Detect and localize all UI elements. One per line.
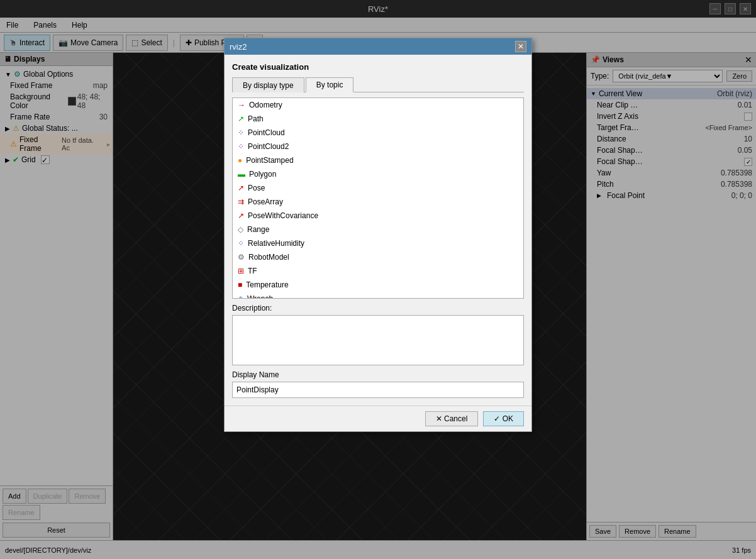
list-item-pointcloud[interactable]: ⁘ PointCloud bbox=[233, 126, 523, 140]
pointcloud2-label: PointCloud2 bbox=[248, 142, 289, 151]
posearray-icon: ⇉ bbox=[238, 197, 244, 206]
list-item-pose[interactable]: ↗ Pose bbox=[233, 181, 523, 195]
pointstamped-label: PointStamped bbox=[246, 156, 293, 165]
create-visualization-dialog: rviz2 ✕ Create visualization By display … bbox=[224, 38, 532, 432]
relativehumidity-label: RelativeHumidity bbox=[248, 239, 304, 248]
list-item-pointstamped[interactable]: ● PointStamped bbox=[233, 153, 523, 167]
tab-by-display-type[interactable]: By display type bbox=[232, 77, 304, 92]
dialog-close-button[interactable]: ✕ bbox=[515, 41, 526, 52]
list-item-wrench[interactable]: ◈ Wrench bbox=[233, 292, 523, 299]
list-item-temperature[interactable]: ■ Temperature bbox=[233, 278, 523, 292]
dialog-content: Create visualization By display type By … bbox=[225, 55, 531, 406]
relativehumidity-icon: ⁘ bbox=[238, 239, 244, 248]
list-item-tf[interactable]: ⊞ TF bbox=[233, 264, 523, 278]
description-label: Description: bbox=[232, 304, 524, 313]
tf-label: TF bbox=[248, 267, 257, 275]
dialog-title-bar: rviz2 ✕ bbox=[225, 38, 531, 55]
list-item-posearray[interactable]: ⇉ PoseArray bbox=[233, 195, 523, 209]
pose-label: Pose bbox=[248, 184, 265, 192]
cancel-button[interactable]: ✕ Cancel bbox=[425, 411, 479, 426]
list-item-posewithcovariance[interactable]: ↗ PoseWithCovariance bbox=[233, 209, 523, 223]
tab-by-topic[interactable]: By topic bbox=[306, 77, 354, 92]
list-item-odometry[interactable]: → Odometry bbox=[233, 98, 523, 112]
polygon-icon: ▬ bbox=[238, 170, 245, 179]
list-item-range[interactable]: ◇ Range bbox=[233, 223, 523, 236]
pointstamped-icon: ● bbox=[238, 156, 242, 165]
dialog-title: rviz2 bbox=[230, 42, 247, 52]
odometry-icon: → bbox=[238, 101, 245, 109]
path-label: Path bbox=[248, 114, 264, 123]
temperature-icon: ■ bbox=[238, 280, 242, 289]
list-item-path[interactable]: ↗ Path bbox=[233, 112, 523, 126]
robotmodel-label: RobotModel bbox=[248, 253, 289, 262]
list-item-pointcloud2[interactable]: ⁘ PointCloud2 bbox=[233, 140, 523, 153]
display-name-input[interactable] bbox=[232, 382, 524, 398]
display-name-label: Display Name bbox=[232, 370, 524, 379]
posearray-label: PoseArray bbox=[248, 197, 283, 206]
range-label: Range bbox=[247, 225, 269, 234]
polygon-label: Polygon bbox=[249, 170, 276, 179]
dialog-overlay: rviz2 ✕ Create visualization By display … bbox=[0, 0, 756, 559]
range-icon: ◇ bbox=[238, 225, 243, 234]
temperature-label: Temperature bbox=[246, 280, 288, 289]
path-icon: ↗ bbox=[238, 114, 244, 123]
description-box bbox=[232, 315, 524, 365]
posewithcovariance-icon: ↗ bbox=[238, 211, 244, 220]
tab-bar: By display type By topic bbox=[232, 77, 524, 92]
posewithcovariance-label: PoseWithCovariance bbox=[248, 211, 318, 220]
list-item-polygon[interactable]: ▬ Polygon bbox=[233, 167, 523, 181]
pose-icon: ↗ bbox=[238, 184, 244, 192]
robotmodel-icon: ⚙ bbox=[238, 253, 245, 262]
list-item-robotmodel[interactable]: ⚙ RobotModel bbox=[233, 250, 523, 264]
ok-button[interactable]: ✓ OK bbox=[483, 411, 524, 426]
dialog-buttons: ✕ Cancel ✓ OK bbox=[225, 406, 531, 431]
section-title: Create visualization bbox=[232, 62, 524, 72]
tf-icon: ⊞ bbox=[238, 267, 244, 275]
pointcloud-icon: ⁘ bbox=[238, 128, 244, 137]
wrench-label: Wrench bbox=[247, 294, 273, 299]
visualization-list: → Odometry ↗ Path ⁘ PointCloud ⁘ PointCl… bbox=[232, 97, 524, 299]
pointcloud2-icon: ⁘ bbox=[238, 142, 244, 151]
odometry-label: Odometry bbox=[249, 101, 282, 109]
pointcloud-label: PointCloud bbox=[248, 128, 285, 137]
list-item-relativehumidity[interactable]: ⁘ RelativeHumidity bbox=[233, 236, 523, 250]
wrench-icon: ◈ bbox=[238, 294, 243, 299]
